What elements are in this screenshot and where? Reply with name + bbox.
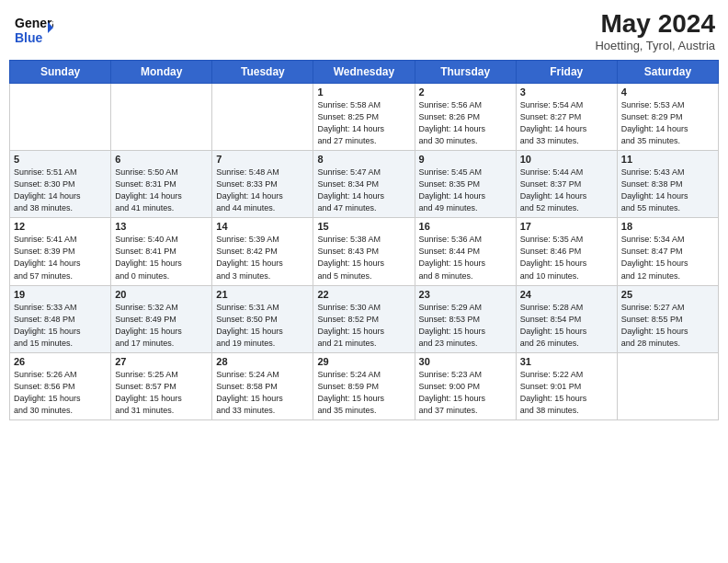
calendar-cell: 29Sunrise: 5:24 AM Sunset: 8:59 PM Dayli… xyxy=(313,352,415,419)
day-number: 24 xyxy=(520,289,613,300)
calendar-header-row: Sunday Monday Tuesday Wednesday Thursday… xyxy=(10,61,719,84)
day-number: 14 xyxy=(216,221,309,232)
calendar-cell: 6Sunrise: 5:50 AM Sunset: 8:31 PM Daylig… xyxy=(111,151,212,218)
calendar-cell xyxy=(111,84,212,151)
day-number: 5 xyxy=(14,154,107,165)
calendar-cell: 4Sunrise: 5:53 AM Sunset: 8:29 PM Daylig… xyxy=(617,84,718,151)
day-info: Sunrise: 5:47 AM Sunset: 8:34 PM Dayligh… xyxy=(317,167,410,214)
day-info: Sunrise: 5:54 AM Sunset: 8:27 PM Dayligh… xyxy=(520,99,613,147)
calendar-cell: 22Sunrise: 5:30 AM Sunset: 8:52 PM Dayli… xyxy=(313,285,415,352)
title-block: May 2024 Hoetting, Tyrol, Austria xyxy=(595,9,715,52)
day-info: Sunrise: 5:27 AM Sunset: 8:55 PM Dayligh… xyxy=(621,302,714,350)
month-year: May 2024 xyxy=(595,9,715,39)
day-info: Sunrise: 5:41 AM Sunset: 8:39 PM Dayligh… xyxy=(14,234,107,282)
calendar-cell xyxy=(10,84,111,151)
day-number: 26 xyxy=(14,356,107,367)
day-info: Sunrise: 5:51 AM Sunset: 8:30 PM Dayligh… xyxy=(14,167,107,214)
col-wednesday: Wednesday xyxy=(313,61,415,84)
day-number: 22 xyxy=(317,289,410,300)
day-number: 7 xyxy=(216,154,309,165)
calendar-cell: 23Sunrise: 5:29 AM Sunset: 8:53 PM Dayli… xyxy=(415,285,516,352)
calendar-cell: 30Sunrise: 5:23 AM Sunset: 9:00 PM Dayli… xyxy=(415,352,516,419)
calendar-cell: 17Sunrise: 5:35 AM Sunset: 8:46 PM Dayli… xyxy=(516,218,617,285)
calendar-cell: 26Sunrise: 5:26 AM Sunset: 8:56 PM Dayli… xyxy=(10,352,111,419)
calendar-cell: 8Sunrise: 5:47 AM Sunset: 8:34 PM Daylig… xyxy=(313,151,415,218)
col-tuesday: Tuesday xyxy=(212,61,313,84)
day-number: 31 xyxy=(520,356,613,367)
day-info: Sunrise: 5:32 AM Sunset: 8:49 PM Dayligh… xyxy=(115,302,208,350)
header: General Blue May 2024 Hoetting, Tyrol, A… xyxy=(9,9,719,52)
calendar-cell: 25Sunrise: 5:27 AM Sunset: 8:55 PM Dayli… xyxy=(617,285,718,352)
calendar-cell: 7Sunrise: 5:48 AM Sunset: 8:33 PM Daylig… xyxy=(212,151,313,218)
calendar-cell: 2Sunrise: 5:56 AM Sunset: 8:26 PM Daylig… xyxy=(415,84,516,151)
day-number: 9 xyxy=(419,154,512,165)
calendar-cell: 3Sunrise: 5:54 AM Sunset: 8:27 PM Daylig… xyxy=(516,84,617,151)
calendar-cell: 13Sunrise: 5:40 AM Sunset: 8:41 PM Dayli… xyxy=(111,218,212,285)
day-number: 23 xyxy=(419,289,512,300)
day-info: Sunrise: 5:23 AM Sunset: 9:00 PM Dayligh… xyxy=(419,369,512,417)
day-number: 17 xyxy=(520,221,613,232)
calendar-cell: 27Sunrise: 5:25 AM Sunset: 8:57 PM Dayli… xyxy=(111,352,212,419)
day-info: Sunrise: 5:36 AM Sunset: 8:44 PM Dayligh… xyxy=(419,234,512,282)
calendar-cell: 28Sunrise: 5:24 AM Sunset: 8:58 PM Dayli… xyxy=(212,352,313,419)
day-number: 29 xyxy=(317,356,410,367)
day-info: Sunrise: 5:48 AM Sunset: 8:33 PM Dayligh… xyxy=(216,167,309,214)
calendar-cell xyxy=(617,352,718,419)
page: General Blue May 2024 Hoetting, Tyrol, A… xyxy=(0,0,728,563)
day-info: Sunrise: 5:24 AM Sunset: 8:58 PM Dayligh… xyxy=(216,369,309,417)
calendar-cell: 15Sunrise: 5:38 AM Sunset: 8:43 PM Dayli… xyxy=(313,218,415,285)
day-info: Sunrise: 5:29 AM Sunset: 8:53 PM Dayligh… xyxy=(419,302,512,350)
week-row-3: 12Sunrise: 5:41 AM Sunset: 8:39 PM Dayli… xyxy=(10,218,719,285)
day-info: Sunrise: 5:56 AM Sunset: 8:26 PM Dayligh… xyxy=(419,99,512,147)
col-monday: Monday xyxy=(111,61,212,84)
calendar-cell: 12Sunrise: 5:41 AM Sunset: 8:39 PM Dayli… xyxy=(10,218,111,285)
day-info: Sunrise: 5:30 AM Sunset: 8:52 PM Dayligh… xyxy=(317,302,410,350)
calendar-cell: 10Sunrise: 5:44 AM Sunset: 8:37 PM Dayli… xyxy=(516,151,617,218)
calendar-cell: 14Sunrise: 5:39 AM Sunset: 8:42 PM Dayli… xyxy=(212,218,313,285)
logo: General Blue xyxy=(13,9,53,50)
calendar-cell: 21Sunrise: 5:31 AM Sunset: 8:50 PM Dayli… xyxy=(212,285,313,352)
calendar-cell: 19Sunrise: 5:33 AM Sunset: 8:48 PM Dayli… xyxy=(10,285,111,352)
day-info: Sunrise: 5:24 AM Sunset: 8:59 PM Dayligh… xyxy=(317,369,410,417)
calendar-table: Sunday Monday Tuesday Wednesday Thursday… xyxy=(9,60,719,420)
day-info: Sunrise: 5:35 AM Sunset: 8:46 PM Dayligh… xyxy=(520,234,613,282)
day-info: Sunrise: 5:43 AM Sunset: 8:38 PM Dayligh… xyxy=(621,167,714,214)
calendar-cell: 9Sunrise: 5:45 AM Sunset: 8:35 PM Daylig… xyxy=(415,151,516,218)
day-number: 21 xyxy=(216,289,309,300)
day-number: 3 xyxy=(520,86,613,98)
week-row-5: 26Sunrise: 5:26 AM Sunset: 8:56 PM Dayli… xyxy=(10,352,719,419)
day-info: Sunrise: 5:39 AM Sunset: 8:42 PM Dayligh… xyxy=(216,234,309,282)
day-info: Sunrise: 5:58 AM Sunset: 8:25 PM Dayligh… xyxy=(317,99,410,147)
day-info: Sunrise: 5:53 AM Sunset: 8:29 PM Dayligh… xyxy=(621,99,714,147)
day-info: Sunrise: 5:25 AM Sunset: 8:57 PM Dayligh… xyxy=(115,369,208,417)
col-sunday: Sunday xyxy=(10,61,111,84)
day-info: Sunrise: 5:38 AM Sunset: 8:43 PM Dayligh… xyxy=(317,234,410,282)
day-number: 28 xyxy=(216,356,309,367)
day-number: 16 xyxy=(419,221,512,232)
day-number: 1 xyxy=(317,86,410,98)
svg-text:Blue: Blue xyxy=(15,30,43,45)
svg-text:General: General xyxy=(15,16,53,30)
day-info: Sunrise: 5:28 AM Sunset: 8:54 PM Dayligh… xyxy=(520,302,613,350)
day-info: Sunrise: 5:31 AM Sunset: 8:50 PM Dayligh… xyxy=(216,302,309,350)
day-info: Sunrise: 5:40 AM Sunset: 8:41 PM Dayligh… xyxy=(115,234,208,282)
day-number: 4 xyxy=(621,86,714,98)
calendar-cell: 11Sunrise: 5:43 AM Sunset: 8:38 PM Dayli… xyxy=(617,151,718,218)
day-number: 30 xyxy=(419,356,512,367)
calendar-cell xyxy=(212,84,313,151)
col-thursday: Thursday xyxy=(415,61,516,84)
calendar-cell: 24Sunrise: 5:28 AM Sunset: 8:54 PM Dayli… xyxy=(516,285,617,352)
day-number: 20 xyxy=(115,289,208,300)
day-info: Sunrise: 5:44 AM Sunset: 8:37 PM Dayligh… xyxy=(520,167,613,214)
col-friday: Friday xyxy=(516,61,617,84)
week-row-4: 19Sunrise: 5:33 AM Sunset: 8:48 PM Dayli… xyxy=(10,285,719,352)
day-number: 6 xyxy=(115,154,208,165)
calendar-cell: 16Sunrise: 5:36 AM Sunset: 8:44 PM Dayli… xyxy=(415,218,516,285)
day-info: Sunrise: 5:45 AM Sunset: 8:35 PM Dayligh… xyxy=(419,167,512,214)
day-number: 11 xyxy=(621,154,714,165)
logo-svg: General Blue xyxy=(13,9,53,50)
day-info: Sunrise: 5:33 AM Sunset: 8:48 PM Dayligh… xyxy=(14,302,107,350)
day-number: 15 xyxy=(317,221,410,232)
day-info: Sunrise: 5:22 AM Sunset: 9:01 PM Dayligh… xyxy=(520,369,613,417)
day-number: 25 xyxy=(621,289,714,300)
